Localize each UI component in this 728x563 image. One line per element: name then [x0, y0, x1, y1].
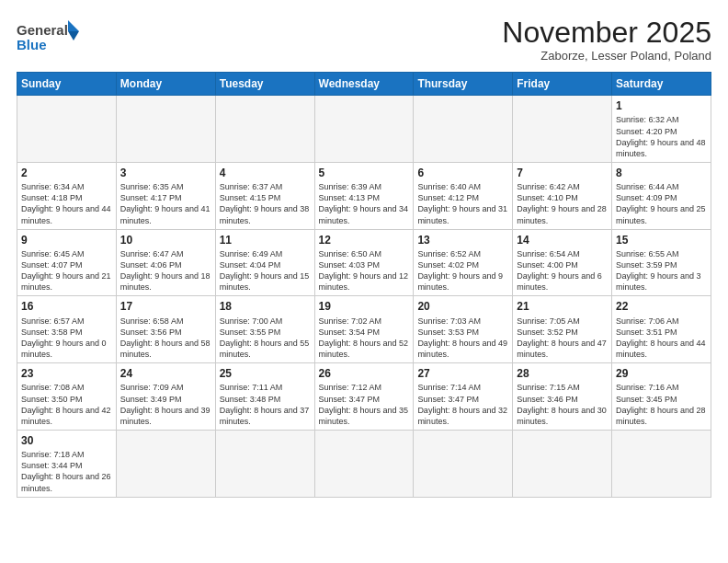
- calendar-day-cell: 25Sunrise: 7:11 AM Sunset: 3:48 PM Dayli…: [215, 363, 314, 431]
- day-info: Sunrise: 6:39 AM Sunset: 4:13 PM Dayligh…: [319, 181, 410, 226]
- day-info: Sunrise: 7:06 AM Sunset: 3:51 PM Dayligh…: [616, 316, 707, 361]
- day-number: 14: [517, 233, 608, 247]
- calendar-day-cell: 3Sunrise: 6:35 AM Sunset: 4:17 PM Daylig…: [116, 162, 215, 229]
- day-number: 9: [21, 233, 112, 247]
- calendar-day-cell: [314, 430, 414, 497]
- day-number: 15: [616, 233, 707, 247]
- day-info: Sunrise: 6:44 AM Sunset: 4:09 PM Dayligh…: [616, 181, 707, 226]
- day-number: 25: [220, 366, 311, 381]
- day-number: 12: [319, 233, 410, 247]
- svg-marker-2: [68, 20, 79, 31]
- calendar-day-cell: 8Sunrise: 6:44 AM Sunset: 4:09 PM Daylig…: [612, 162, 711, 229]
- calendar-header-cell: Monday: [116, 73, 215, 96]
- logo-svg: General Blue: [17, 17, 81, 61]
- calendar-day-cell: [414, 96, 513, 163]
- day-info: Sunrise: 7:08 AM Sunset: 3:50 PM Dayligh…: [21, 382, 112, 427]
- calendar-week-row: 9Sunrise: 6:45 AM Sunset: 4:07 PM Daylig…: [17, 229, 711, 296]
- calendar-week-row: 30Sunrise: 7:18 AM Sunset: 3:44 PM Dayli…: [17, 430, 711, 497]
- calendar-day-cell: 15Sunrise: 6:55 AM Sunset: 3:59 PM Dayli…: [612, 229, 711, 296]
- logo: General Blue: [17, 17, 81, 61]
- svg-text:Blue: Blue: [17, 37, 47, 52]
- day-number: 22: [616, 299, 707, 314]
- calendar-week-row: 23Sunrise: 7:08 AM Sunset: 3:50 PM Dayli…: [17, 363, 711, 431]
- day-number: 27: [417, 366, 508, 381]
- day-number: 30: [21, 433, 112, 448]
- day-number: 29: [616, 366, 707, 381]
- calendar-day-cell: 2Sunrise: 6:34 AM Sunset: 4:18 PM Daylig…: [17, 162, 117, 229]
- calendar-day-cell: 13Sunrise: 6:52 AM Sunset: 4:02 PM Dayli…: [414, 229, 513, 296]
- page: General Blue November 2025 Zaborze, Less…: [0, 0, 728, 563]
- calendar-day-cell: 22Sunrise: 7:06 AM Sunset: 3:51 PM Dayli…: [612, 296, 711, 363]
- day-info: Sunrise: 6:32 AM Sunset: 4:20 PM Dayligh…: [616, 114, 707, 159]
- month-title: November 2025: [502, 17, 711, 49]
- day-number: 28: [517, 366, 608, 381]
- title-block: November 2025 Zaborze, Lesser Poland, Po…: [502, 17, 711, 63]
- day-number: 4: [220, 166, 311, 180]
- day-number: 6: [417, 166, 508, 180]
- calendar-day-cell: 20Sunrise: 7:03 AM Sunset: 3:53 PM Dayli…: [414, 296, 513, 363]
- calendar-day-cell: 29Sunrise: 7:16 AM Sunset: 3:45 PM Dayli…: [612, 363, 711, 431]
- calendar-day-cell: [414, 430, 513, 497]
- calendar-day-cell: [116, 96, 215, 163]
- calendar-week-row: 1Sunrise: 6:32 AM Sunset: 4:20 PM Daylig…: [17, 96, 711, 163]
- calendar-day-cell: 10Sunrise: 6:47 AM Sunset: 4:06 PM Dayli…: [116, 229, 215, 296]
- day-number: 19: [319, 299, 410, 314]
- day-info: Sunrise: 6:40 AM Sunset: 4:12 PM Dayligh…: [417, 181, 508, 226]
- day-info: Sunrise: 6:49 AM Sunset: 4:04 PM Dayligh…: [220, 248, 311, 293]
- day-number: 13: [417, 233, 508, 247]
- day-info: Sunrise: 6:35 AM Sunset: 4:17 PM Dayligh…: [120, 181, 211, 226]
- day-info: Sunrise: 7:15 AM Sunset: 3:46 PM Dayligh…: [517, 382, 608, 427]
- calendar-day-cell: 17Sunrise: 6:58 AM Sunset: 3:56 PM Dayli…: [116, 296, 215, 363]
- day-info: Sunrise: 7:18 AM Sunset: 3:44 PM Dayligh…: [21, 449, 112, 494]
- calendar-header-row: SundayMondayTuesdayWednesdayThursdayFrid…: [17, 73, 711, 96]
- calendar-day-cell: 11Sunrise: 6:49 AM Sunset: 4:04 PM Dayli…: [215, 229, 314, 296]
- day-info: Sunrise: 6:37 AM Sunset: 4:15 PM Dayligh…: [220, 181, 311, 226]
- day-info: Sunrise: 6:34 AM Sunset: 4:18 PM Dayligh…: [21, 181, 112, 226]
- day-info: Sunrise: 6:47 AM Sunset: 4:06 PM Dayligh…: [120, 248, 211, 293]
- calendar-day-cell: 27Sunrise: 7:14 AM Sunset: 3:47 PM Dayli…: [414, 363, 513, 431]
- day-number: 8: [616, 166, 707, 180]
- calendar-day-cell: 23Sunrise: 7:08 AM Sunset: 3:50 PM Dayli…: [17, 363, 117, 431]
- calendar-header-cell: Wednesday: [314, 73, 414, 96]
- calendar-day-cell: 24Sunrise: 7:09 AM Sunset: 3:49 PM Dayli…: [116, 363, 215, 431]
- day-number: 11: [220, 233, 311, 247]
- day-number: 26: [319, 366, 410, 381]
- day-number: 20: [417, 299, 508, 314]
- calendar-day-cell: [17, 96, 117, 163]
- calendar-day-cell: 6Sunrise: 6:40 AM Sunset: 4:12 PM Daylig…: [414, 162, 513, 229]
- subtitle: Zaborze, Lesser Poland, Poland: [502, 49, 711, 63]
- calendar-day-cell: [314, 96, 414, 163]
- day-info: Sunrise: 7:02 AM Sunset: 3:54 PM Dayligh…: [319, 316, 410, 361]
- day-info: Sunrise: 6:45 AM Sunset: 4:07 PM Dayligh…: [21, 248, 112, 293]
- day-info: Sunrise: 7:14 AM Sunset: 3:47 PM Dayligh…: [417, 382, 508, 427]
- calendar-week-row: 16Sunrise: 6:57 AM Sunset: 3:58 PM Dayli…: [17, 296, 711, 363]
- calendar-day-cell: 5Sunrise: 6:39 AM Sunset: 4:13 PM Daylig…: [314, 162, 414, 229]
- day-number: 10: [120, 233, 211, 247]
- day-number: 24: [120, 366, 211, 381]
- day-number: 5: [319, 166, 410, 180]
- calendar: SundayMondayTuesdayWednesdayThursdayFrid…: [17, 72, 711, 498]
- calendar-day-cell: 9Sunrise: 6:45 AM Sunset: 4:07 PM Daylig…: [17, 229, 117, 296]
- calendar-day-cell: [215, 96, 314, 163]
- day-number: 2: [21, 166, 112, 180]
- header: General Blue November 2025 Zaborze, Less…: [17, 17, 711, 63]
- day-info: Sunrise: 7:09 AM Sunset: 3:49 PM Dayligh…: [120, 382, 211, 427]
- day-info: Sunrise: 7:03 AM Sunset: 3:53 PM Dayligh…: [417, 316, 508, 361]
- day-number: 17: [120, 299, 211, 314]
- svg-text:General: General: [17, 22, 68, 38]
- day-number: 23: [21, 366, 112, 381]
- calendar-header-cell: Thursday: [414, 73, 513, 96]
- calendar-day-cell: 28Sunrise: 7:15 AM Sunset: 3:46 PM Dayli…: [513, 363, 612, 431]
- calendar-day-cell: 21Sunrise: 7:05 AM Sunset: 3:52 PM Dayli…: [513, 296, 612, 363]
- day-info: Sunrise: 7:11 AM Sunset: 3:48 PM Dayligh…: [220, 382, 311, 427]
- calendar-header-cell: Saturday: [612, 73, 711, 96]
- day-number: 16: [21, 299, 112, 314]
- day-info: Sunrise: 7:16 AM Sunset: 3:45 PM Dayligh…: [616, 382, 707, 427]
- calendar-day-cell: [513, 430, 612, 497]
- calendar-day-cell: 12Sunrise: 6:50 AM Sunset: 4:03 PM Dayli…: [314, 229, 414, 296]
- svg-marker-3: [68, 31, 79, 40]
- day-info: Sunrise: 7:00 AM Sunset: 3:55 PM Dayligh…: [220, 316, 311, 361]
- calendar-day-cell: 19Sunrise: 7:02 AM Sunset: 3:54 PM Dayli…: [314, 296, 414, 363]
- day-number: 18: [220, 299, 311, 314]
- day-info: Sunrise: 6:54 AM Sunset: 4:00 PM Dayligh…: [517, 248, 608, 293]
